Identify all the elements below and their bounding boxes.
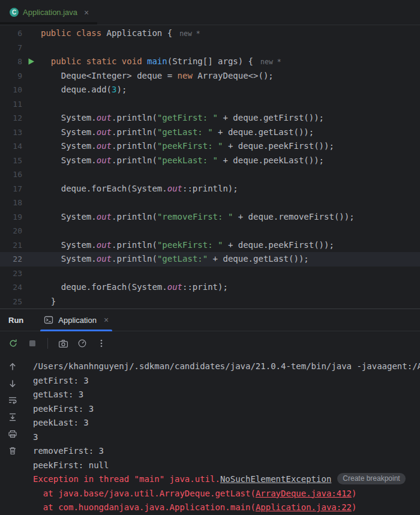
code-text: System.out.println("getLast: " + deque.g… xyxy=(41,125,314,140)
line-number[interactable]: 20 xyxy=(0,224,28,238)
gutter-spacer xyxy=(28,295,41,309)
code-token: System. xyxy=(41,127,97,137)
run-tab-application[interactable]: Application × xyxy=(37,309,116,331)
close-tab-icon[interactable]: × xyxy=(84,8,89,17)
console-line: peekFirst: null xyxy=(33,459,420,473)
code-token: "peekFirst: " xyxy=(157,240,223,250)
console-line: 3 xyxy=(33,430,420,445)
gutter-spacer xyxy=(28,139,41,154)
code-token: public static void xyxy=(51,56,147,66)
console-text: ) xyxy=(352,502,356,512)
code-line-17[interactable]: 17 deque.forEach(System.out::println); xyxy=(0,182,420,196)
code-line-8[interactable]: 8 public static void main(String[] args)… xyxy=(0,55,420,69)
thread-dump-button[interactable] xyxy=(55,335,71,352)
clear-all-button[interactable] xyxy=(6,444,19,457)
code-token: main xyxy=(147,56,167,66)
code-line-6[interactable]: 6public class Application {new * xyxy=(0,26,420,41)
inlay-hint: new * xyxy=(179,29,200,38)
prev-occurrence-button[interactable] xyxy=(6,360,19,373)
code-token: "peekLast: " xyxy=(157,155,218,165)
run-panel-title: Run xyxy=(0,316,37,325)
gutter-spacer xyxy=(28,41,41,55)
console-text: 3 xyxy=(33,432,38,442)
line-number[interactable]: 16 xyxy=(0,167,28,182)
code-line-19[interactable]: 19 System.out.println("removeFirst: " + … xyxy=(0,210,420,224)
rerun-button[interactable] xyxy=(5,335,22,352)
line-number[interactable]: 6 xyxy=(0,26,28,41)
code-line-25[interactable]: 25 } xyxy=(0,295,420,309)
code-line-16[interactable]: 16 xyxy=(0,167,420,182)
close-run-tab-icon[interactable]: × xyxy=(104,315,109,325)
code-line-20[interactable]: 20 xyxy=(0,224,420,238)
trash-icon xyxy=(8,446,17,456)
code-line-18[interactable]: 18 xyxy=(0,196,420,210)
editor-tab-label: Application.java xyxy=(23,8,77,17)
stacktrace-link[interactable]: ArrayDeque.java:412 xyxy=(256,489,352,498)
line-number[interactable]: 7 xyxy=(0,41,28,55)
code-line-9[interactable]: 9 Deque<Integer> deque = new ArrayDeque<… xyxy=(0,69,420,83)
code-line-10[interactable]: 10 deque.add(3); xyxy=(0,83,420,97)
console-text: at java.base/java.util.ArrayDeque.getLas… xyxy=(33,489,256,498)
code-line-21[interactable]: 21 System.out.println("peekFirst: " + de… xyxy=(0,238,420,253)
line-number[interactable]: 13 xyxy=(0,125,28,140)
code-line-12[interactable]: 12 System.out.println("getFirst: " + deq… xyxy=(0,111,420,125)
line-number[interactable]: 23 xyxy=(0,267,28,281)
console-text: at com.huongdanjava.java.Application.mai… xyxy=(33,502,256,512)
gutter-spacer xyxy=(28,154,41,168)
line-number[interactable]: 21 xyxy=(0,238,28,253)
code-token: + deque.peekFirst()); xyxy=(223,141,334,151)
code-text: deque.forEach(System.out::print); xyxy=(41,280,228,295)
stacktrace-link[interactable]: NoSuchElementException xyxy=(220,474,331,484)
stop-button[interactable] xyxy=(24,335,41,352)
code-token: .println( xyxy=(112,155,157,165)
up-arrow-icon xyxy=(8,362,17,372)
scroll-to-end-button[interactable] xyxy=(6,411,19,424)
console-output[interactable]: /Users/khanhnguyenj/.sdkman/candidates/j… xyxy=(25,355,420,515)
console-line: getLast: 3 xyxy=(33,388,420,402)
line-number[interactable]: 15 xyxy=(0,154,28,168)
next-occurrence-button[interactable] xyxy=(6,377,19,390)
code-line-15[interactable]: 15 System.out.println("peekLast: " + deq… xyxy=(0,154,420,168)
line-number[interactable]: 18 xyxy=(0,196,28,210)
line-number[interactable]: 9 xyxy=(0,69,28,83)
console-left-toolbar xyxy=(0,355,25,515)
code-token: out xyxy=(167,282,182,292)
inlay-hint: new * xyxy=(260,58,281,66)
code-line-7[interactable]: 7 xyxy=(0,41,420,55)
code-editor[interactable]: 6public class Application {new *78 publi… xyxy=(0,25,420,309)
code-token: public class xyxy=(41,28,107,38)
gutter-spacer xyxy=(28,224,41,238)
print-button[interactable] xyxy=(6,427,19,441)
line-number[interactable]: 22 xyxy=(0,252,28,267)
line-number[interactable]: 17 xyxy=(0,182,28,196)
code-token: "getLast: " xyxy=(157,127,213,137)
console-line: Exception in thread "main" java.util.NoS… xyxy=(33,472,420,487)
code-token: System. xyxy=(41,113,97,122)
editor-tab-application-java[interactable]: C Application.java × xyxy=(0,0,97,25)
line-number[interactable]: 24 xyxy=(0,280,28,295)
gutter-spacer xyxy=(28,69,41,83)
stacktrace-link[interactable]: Application.java:22 xyxy=(256,502,352,512)
code-line-13[interactable]: 13 System.out.println("getLast: " + dequ… xyxy=(0,125,420,140)
code-line-22[interactable]: 22 System.out.println("getLast:" + deque… xyxy=(0,252,420,267)
soft-wrap-button[interactable] xyxy=(6,394,19,407)
console-text: ) xyxy=(352,489,356,498)
line-number[interactable]: 14 xyxy=(0,139,28,154)
create-breakpoint-button[interactable]: Create breakpoint xyxy=(337,473,405,484)
code-line-24[interactable]: 24 deque.forEach(System.out::print); xyxy=(0,280,420,295)
profiler-button[interactable] xyxy=(74,335,91,352)
line-number[interactable]: 11 xyxy=(0,97,28,112)
line-number[interactable]: 19 xyxy=(0,210,28,224)
more-options-button[interactable] xyxy=(93,335,110,352)
line-number[interactable]: 12 xyxy=(0,111,28,125)
code-line-11[interactable]: 11 xyxy=(0,97,420,112)
console-text: Exception in thread "main" java.util. xyxy=(33,474,220,484)
code-line-23[interactable]: 23 xyxy=(0,267,420,281)
line-number[interactable]: 25 xyxy=(0,295,28,309)
run-gutter-icon[interactable] xyxy=(28,55,41,69)
code-line-14[interactable]: 14 System.out.println("peekFirst: " + de… xyxy=(0,139,420,154)
code-token: System. xyxy=(41,212,97,221)
line-number[interactable]: 10 xyxy=(0,83,28,97)
line-number[interactable]: 8 xyxy=(0,55,28,69)
gutter-spacer xyxy=(28,196,41,210)
